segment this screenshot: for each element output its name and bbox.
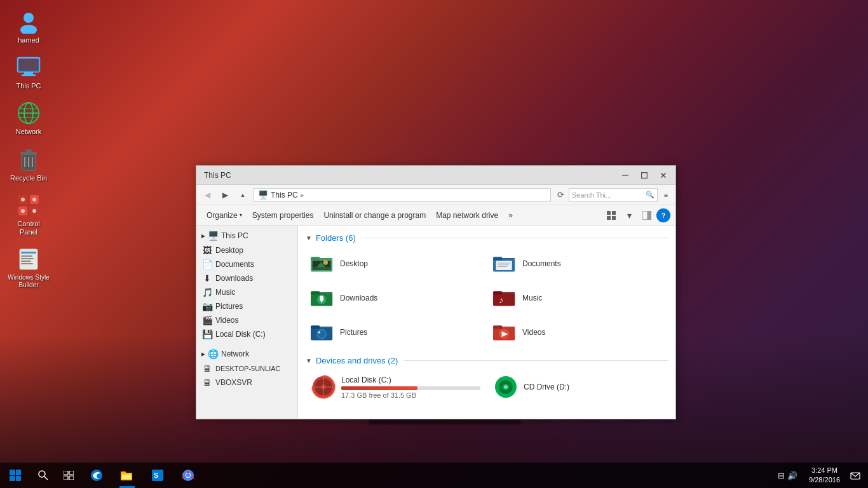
search-box[interactable]: Search Thi... 🔍 — [569, 188, 658, 202]
task-view-button[interactable] — [56, 463, 81, 488]
organize-button[interactable]: Organize ▾ — [201, 208, 247, 223]
hamed-icon — [16, 9, 41, 34]
address-path[interactable]: 🖥️ This PC ▸ — [254, 188, 551, 202]
close-button[interactable]: ✕ — [654, 166, 673, 185]
svg-rect-88 — [69, 471, 74, 475]
uninstall-button[interactable]: Uninstall or change a program — [318, 208, 431, 223]
titlebar: This PC ✕ — [196, 166, 675, 185]
forward-button[interactable]: ▶ — [217, 187, 233, 203]
sidebar-music-label: Music — [215, 288, 235, 297]
address-bar: ◀ ▶ ▲ 🖥️ This PC ▸ ⟳ Search Thi... 🔍 ≡ — [196, 185, 675, 205]
svg-text:♪: ♪ — [499, 295, 503, 305]
svg-point-23 — [32, 198, 36, 201]
notification-button[interactable] — [848, 463, 863, 488]
folder-item-downloads[interactable]: Downloads — [306, 282, 485, 314]
folder-icon-music: ♪ — [492, 285, 517, 311]
svg-rect-90 — [69, 476, 74, 480]
folder-icon-documents — [492, 251, 517, 276]
pictures-nav-icon: 📷 — [201, 301, 213, 311]
svg-rect-38 — [642, 211, 648, 220]
sidebar-item-pictures[interactable]: 📷 Pictures — [196, 299, 297, 313]
vboxsvr-icon: 🖥 — [201, 377, 213, 388]
device-top-local: Local Disk (C:) 17.3 GB free of 31.5 GB — [311, 374, 480, 400]
desktop-icon-wsb[interactable]: Windows Style Builder — [6, 244, 51, 292]
refresh-button[interactable]: ⟳ — [553, 188, 567, 202]
sidebar-this-pc[interactable]: ▸ 🖥️ This PC — [196, 228, 297, 243]
folder-item-documents[interactable]: Documents — [488, 248, 668, 280]
menu-button[interactable]: ≡ — [659, 188, 673, 202]
folder-item-desktop[interactable]: Desktop — [306, 248, 485, 280]
volume-icon[interactable]: 🔊 — [787, 471, 797, 480]
taskbar-edge[interactable] — [81, 463, 112, 488]
svg-rect-4 — [24, 72, 33, 74]
desktop-nav-icon: 🖼 — [201, 245, 213, 255]
taskbar-file-explorer[interactable] — [112, 463, 142, 488]
desktop-icon-network[interactable]: Network — [6, 98, 51, 139]
folder-item-music[interactable]: ♪ Music — [488, 282, 668, 314]
sidebar-downloads-label: Downloads — [215, 274, 253, 283]
desktop-icon-recycle-bin[interactable]: Recycle Bin — [6, 144, 51, 185]
systray: ⊟ 🔊 — [774, 471, 801, 480]
sidebar-desktop-label: Desktop — [215, 246, 243, 255]
device-cd-drive[interactable]: CD Drive (D:) — [488, 370, 668, 406]
svg-rect-93 — [121, 471, 126, 474]
folders-collapse[interactable]: ▼ — [306, 234, 312, 241]
clock[interactable]: 3:24 PM 9/28/2016 — [804, 466, 845, 485]
svg-point-46 — [323, 261, 328, 265]
system-properties-button[interactable]: System properties — [247, 208, 319, 223]
sidebar-item-downloads[interactable]: ⬇ Downloads — [196, 271, 297, 285]
svg-rect-39 — [648, 211, 651, 220]
this-pc-nav-icon: ▸ — [201, 231, 205, 240]
folder-downloads-label: Downloads — [340, 294, 377, 302]
svg-rect-72 — [493, 327, 515, 328]
search-button[interactable] — [31, 463, 56, 488]
sidebar-network[interactable]: ▸ 🌐 Network — [196, 346, 297, 362]
sidebar-item-local-disk[interactable]: 💾 Local Disk (C:) — [196, 327, 297, 341]
taskbar-right: ⊟ 🔊 3:24 PM 9/28/2016 — [774, 463, 868, 488]
svg-rect-34 — [607, 211, 611, 215]
maximize-button[interactable] — [635, 166, 654, 185]
sidebar-item-videos[interactable]: 🎬 Videos — [196, 313, 297, 327]
sidebar-item-vboxsvr[interactable]: 🖥 VBOXSVR — [196, 376, 297, 390]
sidebar-item-desktop[interactable]: 🖼 Desktop — [196, 243, 297, 257]
svg-point-25 — [32, 209, 36, 213]
view-dropdown-button[interactable]: ▾ — [621, 207, 637, 224]
taskbar-store[interactable]: S — [142, 463, 173, 488]
sidebar-item-music[interactable]: 🎵 Music — [196, 285, 297, 299]
minimize-button[interactable] — [616, 166, 635, 185]
this-pc-label: This PC — [16, 82, 41, 90]
clock-time: 3:24 PM — [811, 466, 837, 475]
sidebar-item-desktop5unliac[interactable]: 🖥 DESKTOP-5UNLIAC — [196, 362, 297, 376]
more-button[interactable]: » — [503, 208, 518, 223]
svg-rect-32 — [622, 175, 628, 176]
desktop-icon-hamed[interactable]: hamed — [6, 6, 51, 47]
network-nav-icon: 🌐 — [208, 349, 219, 359]
folder-item-pictures[interactable]: Pictures — [306, 316, 485, 348]
view-options-button[interactable] — [603, 207, 620, 224]
desktop-icon-control-panel[interactable]: Control Panel — [6, 190, 51, 239]
start-button[interactable] — [0, 463, 31, 488]
svg-point-24 — [21, 209, 25, 213]
back-button[interactable]: ◀ — [199, 187, 215, 203]
devices-collapse[interactable]: ▼ — [306, 357, 312, 364]
sidebar-documents-label: Documents — [215, 260, 254, 269]
up-button[interactable]: ▲ — [234, 187, 251, 203]
sidebar-item-documents[interactable]: 📄 Documents — [196, 257, 297, 271]
folder-desktop-label: Desktop — [340, 259, 368, 268]
preview-button[interactable] — [639, 207, 655, 224]
desktop5unliac-icon: 🖥 — [201, 363, 213, 374]
sidebar-divider — [196, 341, 297, 346]
help-button[interactable]: ? — [656, 208, 670, 222]
local-disk-fill — [341, 386, 417, 390]
svg-rect-59 — [320, 295, 323, 299]
folders-divider — [362, 238, 668, 238]
desktop-icon-this-pc[interactable]: This PC — [6, 52, 51, 93]
network-status-icon[interactable]: ⊟ — [778, 471, 785, 480]
folder-item-videos[interactable]: Videos — [488, 316, 668, 348]
taskbar-chrome[interactable] — [173, 463, 203, 488]
svg-rect-3 — [18, 59, 39, 72]
svg-rect-44 — [313, 267, 331, 270]
svg-rect-27 — [21, 252, 36, 254]
map-network-button[interactable]: Map network drive — [431, 208, 503, 223]
device-local-disk[interactable]: Local Disk (C:) 17.3 GB free of 31.5 GB — [306, 370, 485, 406]
